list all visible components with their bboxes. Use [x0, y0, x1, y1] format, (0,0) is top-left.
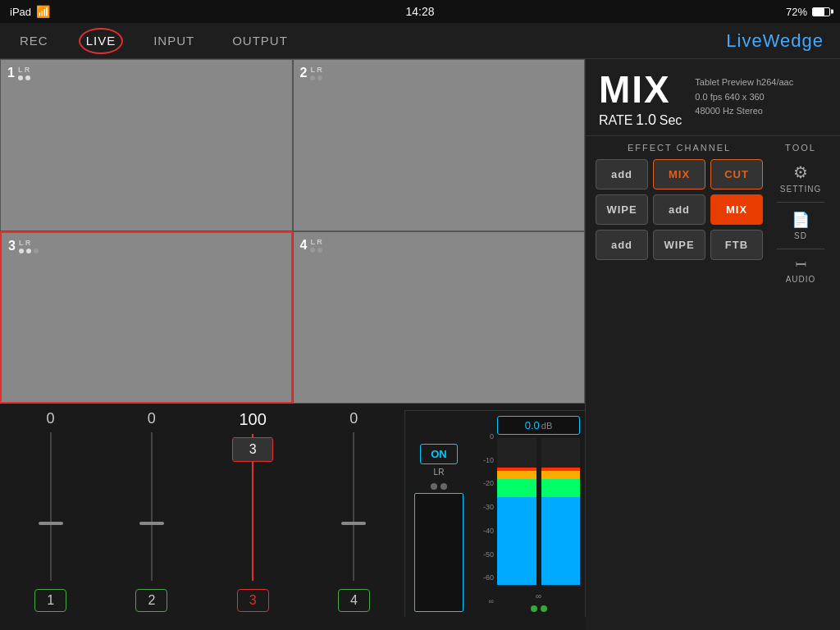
fader-area: 0 1 0 2 100 3 3 [0, 404, 586, 617]
tool-divider-2 [777, 249, 824, 249]
vu-bar-fill-l [497, 468, 536, 585]
vu-left: ON LR [410, 416, 468, 612]
vu-scale: 0 -10 -20 -30 -40 -50 -60 ∞ [471, 416, 494, 612]
tab-output[interactable]: OUTPUT [226, 30, 294, 51]
green-dot-2 [541, 605, 547, 612]
lr-dot-l3 [19, 249, 24, 253]
wifi-icon: 📶 [36, 5, 50, 18]
cell-label-1: 1 L R [7, 65, 30, 80]
cell-label-2: 2 L R [300, 65, 323, 80]
fader-thumb-3[interactable]: 3 [232, 437, 273, 462]
effect-btn-mix-1[interactable]: MIX [653, 159, 705, 189]
video-cell-2[interactable]: 2 L R [293, 59, 586, 231]
mix-title: MIX [599, 71, 682, 108]
vu-lr-labels: LR [429, 468, 450, 477]
battery-percent: 72% [786, 6, 807, 18]
effect-btn-add-3[interactable]: add [596, 230, 648, 260]
fader-track-4[interactable] [353, 432, 354, 581]
fader-label-2[interactable]: 2 [135, 589, 167, 612]
fader-value-1: 0 [47, 410, 55, 427]
video-grid: 1 L R 2 L R [0, 59, 586, 404]
effect-btn-wipe-1[interactable]: WIPE [596, 194, 648, 225]
time-display: 14:28 [405, 5, 434, 18]
vu-bar-track-l [497, 438, 536, 585]
audio-section: ON LR 0 -10 -20 -30 -40 [404, 410, 585, 617]
effect-grid-wrapper: EFFECT CHANNEL add MIX CUT WIPE add MIX … [596, 143, 763, 623]
tool-setting[interactable]: ⚙ SETTING [771, 158, 830, 199]
effect-btn-add-1[interactable]: add [596, 159, 648, 189]
tab-input[interactable]: INPUT [147, 30, 201, 51]
vu-dot-r [441, 483, 447, 490]
vu-dot-l [431, 483, 437, 490]
lr-dot-r1 [25, 75, 30, 80]
cell-label-4: 4 L R [300, 237, 323, 253]
mix-preview-info: Tablet Preview h264/aac 0.0 fps 640 x 36… [695, 75, 793, 119]
sliders-icon: 𝄩 [796, 258, 806, 272]
fader-label-1[interactable]: 1 [34, 589, 66, 612]
tool-divider-1 [777, 202, 824, 203]
lr-dot-l1 [18, 75, 23, 80]
vu-box [414, 493, 463, 612]
fader-track-3[interactable]: 3 [252, 434, 253, 581]
tool-audio-label: AUDIO [786, 275, 816, 284]
video-cell-1[interactable]: 1 L R [0, 59, 293, 231]
status-bar: iPad 📶 14:28 72% [0, 0, 840, 23]
vu-inf-label: ∞ [497, 591, 580, 600]
mix-info: MIX RATE 1.0 Sec Tablet Preview h264/aac… [586, 59, 840, 136]
fader-track-2[interactable] [151, 432, 153, 581]
tab-live[interactable]: LIVE [80, 30, 123, 51]
effect-section: EFFECT CHANNEL add MIX CUT WIPE add MIX … [586, 136, 840, 630]
battery-icon [812, 7, 830, 16]
tool-sd-label: SD [794, 231, 807, 240]
video-cell-3[interactable]: 3 L R [0, 231, 293, 404]
lr-dot-r2 [317, 75, 322, 80]
lr-dot-r3 [26, 249, 31, 253]
fader-label-4[interactable]: 4 [338, 589, 370, 612]
fader-channel-4: 0 4 [304, 410, 404, 617]
tool-sd[interactable]: 📄 SD [771, 206, 830, 245]
vu-bar-bg-r [541, 438, 581, 585]
fader-thumb-2[interactable] [139, 522, 164, 525]
top-nav: REC LIVE INPUT OUTPUT LiveWedge [0, 23, 840, 59]
mix-left: MIX RATE 1.0 Sec [599, 71, 682, 129]
fader-label-3[interactable]: 3 [237, 589, 269, 612]
tool-panel: TOOL ⚙ SETTING 📄 SD 𝄩 AUDIO [771, 143, 830, 623]
vu-bar-track-r [541, 438, 581, 585]
tool-setting-label: SETTING [780, 185, 821, 194]
effect-channel-title: EFFECT CHANNEL [596, 143, 763, 153]
lr-dot-extra3 [34, 249, 39, 253]
video-cell-4[interactable]: 4 L R [293, 231, 586, 404]
lr-dot-l4 [310, 248, 315, 253]
fader-channel-2: 0 2 [101, 410, 202, 617]
effect-btn-wipe-2[interactable]: WIPE [653, 230, 705, 260]
main-layout: 1 L R 2 L R [0, 59, 840, 630]
left-panel: 1 L R 2 L R [0, 59, 586, 630]
fader-value-2: 0 [148, 410, 156, 427]
app-title: LiveWedge [726, 30, 824, 52]
cell-label-3: 3 L R [8, 238, 39, 253]
tool-title: TOOL [785, 143, 816, 153]
green-dot-1 [531, 605, 537, 612]
vu-right: 0 -10 -20 -30 -40 -50 -60 ∞ 0.0dB [471, 416, 580, 612]
fader-value-4: 0 [349, 410, 358, 427]
mix-rate: RATE 1.0 Sec [599, 112, 682, 129]
effect-btn-ftb[interactable]: FTB [710, 230, 763, 260]
right-panel: MIX RATE 1.0 Sec Tablet Preview h264/aac… [586, 59, 840, 630]
tool-audio[interactable]: 𝄩 AUDIO [771, 253, 830, 289]
lr-dot-l2 [310, 75, 315, 80]
fader-channel-1: 0 1 [0, 410, 101, 617]
tab-rec[interactable]: REC [13, 30, 55, 51]
fader-thumb-1[interactable] [39, 522, 63, 525]
fader-channel-3: 100 3 3 [203, 410, 304, 617]
vu-bar-bg-l [497, 438, 536, 585]
document-icon: 📄 [792, 211, 810, 229]
vu-bars [497, 438, 580, 588]
effect-grid: add MIX CUT WIPE add MIX add WIPE FTB [596, 159, 763, 260]
fader-track-1[interactable] [50, 432, 52, 581]
effect-btn-mix-2[interactable]: MIX [710, 194, 763, 225]
fader-thumb-4[interactable] [341, 522, 366, 525]
effect-btn-add-2[interactable]: add [653, 194, 705, 225]
on-button[interactable]: ON [420, 444, 458, 464]
green-dots-row [497, 605, 580, 612]
effect-btn-cut[interactable]: CUT [710, 159, 763, 189]
